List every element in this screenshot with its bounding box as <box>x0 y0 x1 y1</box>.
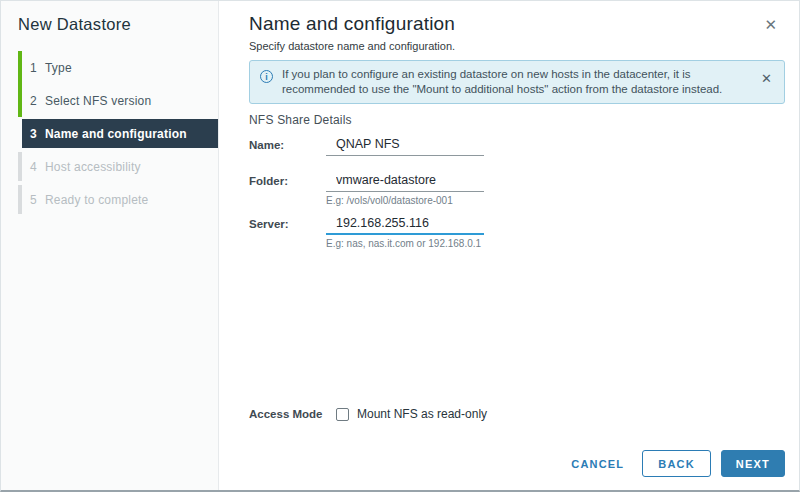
folder-input-wrap <box>326 170 484 192</box>
readonly-checkbox[interactable] <box>336 408 349 421</box>
wizard-content: ✕ Name and configuration Specify datasto… <box>219 1 799 490</box>
step-label: Name and configuration <box>45 127 187 141</box>
sidebar-item-step-nfs-version[interactable]: 2 Select NFS version <box>1 84 218 117</box>
readonly-checkbox-label: Mount NFS as read-only <box>357 407 487 421</box>
banner-close-icon[interactable]: ✕ <box>761 71 772 86</box>
access-mode-label: Access Mode <box>249 408 336 420</box>
access-mode-row: Access Mode Mount NFS as read-only <box>249 407 487 421</box>
step-label: Host accessibility <box>45 160 141 174</box>
step-number: 1 <box>30 61 37 75</box>
next-button[interactable]: NEXT <box>721 450 785 477</box>
folder-input[interactable] <box>326 171 484 192</box>
info-banner: i If you plan to configure an existing d… <box>249 60 785 104</box>
footer-actions: CANCEL BACK NEXT <box>561 450 785 477</box>
step-label: Select NFS version <box>45 94 151 108</box>
folder-label: Folder: <box>249 175 326 192</box>
server-label: Server: <box>249 218 326 235</box>
step-progress-bar <box>18 84 22 117</box>
step-progress-bar <box>18 152 22 181</box>
name-label: Name: <box>249 139 326 156</box>
folder-hint: E.g: /vols/vol0/datastore-001 <box>326 195 785 206</box>
cancel-button[interactable]: CANCEL <box>561 452 634 476</box>
sidebar-item-step-name-config[interactable]: 3 Name and configuration <box>1 117 218 150</box>
step-label: Ready to complete <box>45 193 148 207</box>
name-input-wrap <box>326 134 484 156</box>
step-progress-bar <box>18 117 22 150</box>
wizard-title: New Datastore <box>1 15 218 51</box>
new-datastore-wizard: New Datastore 1 Type 2 Select NFS versio… <box>0 0 800 492</box>
nfs-share-details-title: NFS Share Details <box>249 113 785 127</box>
step-number: 3 <box>30 127 37 141</box>
info-banner-text: If you plan to configure an existing dat… <box>282 67 740 97</box>
sidebar-item-step-type[interactable]: 1 Type <box>1 51 218 84</box>
step-number: 4 <box>30 160 37 174</box>
sidebar-item-step-host-accessibility: 4 Host accessibility <box>1 150 218 183</box>
back-button[interactable]: BACK <box>642 450 711 477</box>
page-title: Name and configuration <box>249 13 785 34</box>
sidebar-item-step-ready-complete: 5 Ready to complete <box>1 183 218 216</box>
server-field-row: Server: <box>249 213 785 235</box>
info-icon: i <box>260 70 273 83</box>
page-subtitle: Specify datastore name and configuration… <box>249 40 785 52</box>
name-input[interactable] <box>326 135 484 156</box>
folder-field-row: Folder: <box>249 170 785 192</box>
step-progress-bar <box>18 185 22 214</box>
server-input-wrap <box>326 213 484 235</box>
name-field-row: Name: <box>249 134 785 156</box>
close-icon[interactable]: ✕ <box>764 17 777 32</box>
step-label: Type <box>45 61 72 75</box>
step-progress-bar <box>18 51 22 84</box>
server-input[interactable] <box>326 214 484 235</box>
step-number: 2 <box>30 94 37 108</box>
wizard-steps: 1 Type 2 Select NFS version 3 Name and c… <box>1 51 218 216</box>
wizard-sidebar: New Datastore 1 Type 2 Select NFS versio… <box>1 1 219 490</box>
server-hint: E.g: nas, nas.it.com or 192.168.0.1 <box>326 238 785 249</box>
step-number: 5 <box>30 193 37 207</box>
